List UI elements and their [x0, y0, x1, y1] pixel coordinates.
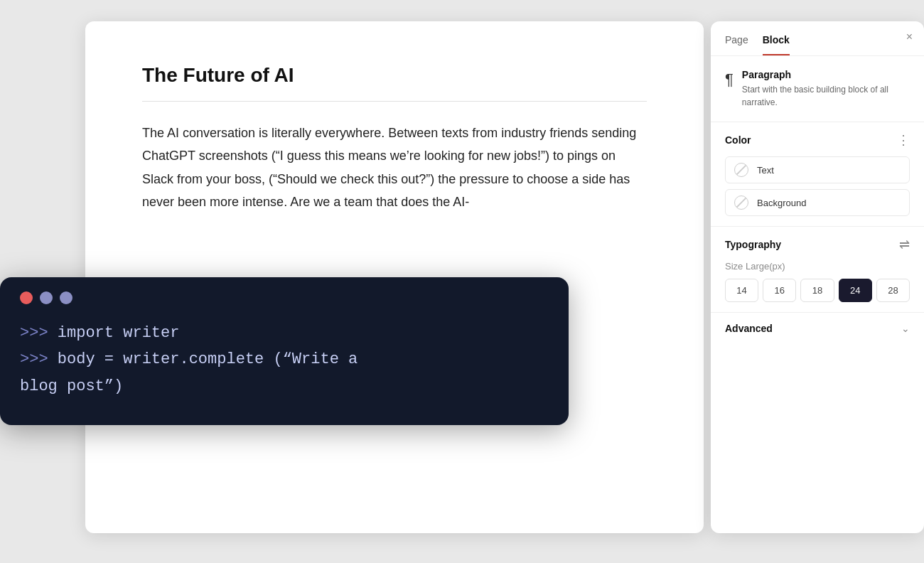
background-color-circle: [734, 195, 748, 210]
background-color-option[interactable]: Background: [725, 189, 910, 216]
color-menu-icon[interactable]: ⋮: [897, 132, 910, 148]
block-title: Paragraph: [742, 69, 910, 80]
editor-body[interactable]: The AI conversation is literally everywh…: [142, 122, 647, 214]
dot-yellow: [40, 291, 53, 304]
editor-divider: [142, 101, 647, 102]
typography-section-header: Typography ⇌: [725, 237, 910, 252]
text-color-option[interactable]: Text: [725, 156, 910, 183]
tab-block[interactable]: Block: [763, 34, 790, 55]
panel-header: Page Block ×: [711, 21, 924, 56]
dot-green: [60, 291, 72, 304]
terminal-code: >>> import writer >>> body = writer.comp…: [20, 320, 549, 400]
close-button[interactable]: ×: [906, 31, 913, 43]
size-btn-24[interactable]: 24: [839, 279, 872, 302]
editor-title: The Future of AI: [142, 64, 647, 87]
size-label: Size Large(px): [725, 261, 910, 272]
code-prompt-2: >>>: [20, 350, 48, 368]
dot-red: [20, 291, 33, 304]
code-line-1: import writer: [48, 324, 180, 342]
typography-menu-icon[interactable]: ⇌: [899, 237, 910, 252]
code-line-2: body = writer.complete (“Write a blog po…: [20, 350, 358, 395]
advanced-title: Advanced: [725, 323, 773, 334]
color-section-header: Color ⋮: [725, 132, 910, 148]
text-color-circle: [734, 163, 748, 177]
size-btn-14[interactable]: 14: [725, 279, 758, 302]
text-color-label: Text: [757, 165, 774, 176]
block-text: Paragraph Start with the basic building …: [742, 69, 910, 109]
size-btn-16[interactable]: 16: [763, 279, 796, 302]
typography-section-title: Typography: [725, 239, 781, 250]
right-panel: Page Block × ¶ Paragraph Start with the …: [711, 21, 924, 533]
size-options: 14 16 18 24 28: [725, 279, 910, 302]
code-prompt-1: >>>: [20, 324, 48, 342]
typography-section: Typography ⇌ Size Large(px) 14 16 18 24 …: [711, 227, 924, 313]
background-color-label: Background: [757, 198, 806, 208]
color-section: Color ⋮ Text Background: [711, 122, 924, 227]
terminal-dots: [20, 291, 549, 304]
block-description: Start with the basic building block of a…: [742, 83, 910, 109]
tab-page[interactable]: Page: [725, 34, 748, 55]
size-btn-18[interactable]: 18: [800, 279, 834, 302]
block-info: ¶ Paragraph Start with the basic buildin…: [711, 56, 924, 122]
color-section-title: Color: [725, 134, 751, 146]
chevron-down-icon: ⌄: [901, 323, 910, 334]
paragraph-icon: ¶: [725, 70, 734, 89]
terminal-overlay: >>> import writer >>> body = writer.comp…: [0, 277, 569, 425]
advanced-section[interactable]: Advanced ⌄: [711, 313, 924, 344]
size-btn-28[interactable]: 28: [876, 279, 910, 302]
